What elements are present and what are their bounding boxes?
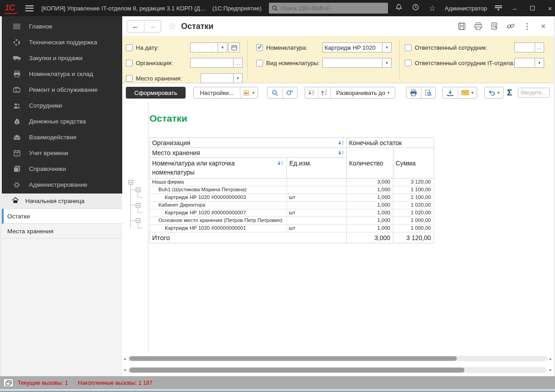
report-horizontal-scrollbar[interactable] xyxy=(128,356,547,361)
sidebar-item-home[interactable]: Начальная страница xyxy=(2,194,122,209)
responsible-it-input[interactable] xyxy=(514,58,535,68)
hscroll-right-arrow[interactable]: ▸ xyxy=(550,356,552,361)
close-form-icon[interactable]: × xyxy=(537,21,549,32)
filter-responsible-checkbox[interactable] xyxy=(405,44,411,51)
expand-levels-icon[interactable] xyxy=(318,87,330,98)
report-row[interactable]: Картридж HP 1020 #00000000003шт1,0001 10… xyxy=(150,194,434,202)
nomenclature-type-dropdown-button[interactable]: ▾ xyxy=(383,58,392,68)
sort-icon[interactable] xyxy=(338,150,344,156)
report-row[interactable]: Buh1 (Шустикова Марина Петровна)1,0001 1… xyxy=(150,186,434,194)
report-row[interactable]: Картридж HP 1020 #00000000007шт1,0001 02… xyxy=(150,209,434,217)
responsible-it-dropdown-button[interactable]: ▾ xyxy=(535,58,544,68)
on-date-input[interactable] xyxy=(190,43,218,52)
hscroll-right-arrow[interactable]: ▸ xyxy=(550,367,552,372)
find-next-button[interactable] xyxy=(282,87,297,98)
column-header-nomenclature[interactable]: Номенклатура или карточка номенклатуры xyxy=(150,158,287,179)
sidebar-item-glavnoe[interactable]: Главное xyxy=(2,19,122,34)
column-header-storage[interactable]: Место хранения xyxy=(150,148,347,158)
maximize-button[interactable] xyxy=(530,6,535,10)
filter-responsible-it-checkbox[interactable] xyxy=(405,60,411,66)
scrollbar-thumb[interactable] xyxy=(129,356,457,361)
history-clock-icon[interactable] xyxy=(411,4,420,13)
window-horizontal-scrollbar[interactable] xyxy=(128,367,546,373)
sidebar-item-sotrudniki[interactable]: Сотрудники xyxy=(2,98,122,113)
filter-organization-checkbox[interactable] xyxy=(126,60,133,66)
organization-input[interactable] xyxy=(190,58,234,68)
column-header-organization[interactable]: Организация xyxy=(150,138,347,148)
on-date-dropdown-button[interactable]: ▾ xyxy=(218,43,227,52)
column-header-unit[interactable]: Ед.изм. xyxy=(287,158,347,179)
settings-button[interactable]: Настройки... xyxy=(194,87,240,98)
column-header-quantity[interactable]: Количество xyxy=(347,148,393,179)
sidebar-page-ostatki[interactable]: Остатки xyxy=(2,209,122,224)
report-row[interactable]: Кабинет Директора1,0001 020,00 xyxy=(150,202,434,209)
save-icon[interactable] xyxy=(456,21,468,32)
search-input[interactable] xyxy=(281,5,385,12)
storage-input[interactable] xyxy=(201,73,234,83)
nav-back-button[interactable]: ← xyxy=(127,20,144,32)
sidebar-item-uchet-vremeni[interactable]: 7Учет времени xyxy=(2,145,122,161)
minimize-button[interactable]: – xyxy=(510,5,520,12)
quick-value-input[interactable] xyxy=(518,88,550,98)
report-variants-button[interactable]: ▾ xyxy=(240,87,258,98)
global-search[interactable] xyxy=(269,3,388,14)
nomenclature-type-input[interactable] xyxy=(322,58,383,68)
scrollbar-thumb[interactable] xyxy=(129,368,464,373)
add-favorite-star-icon[interactable]: ☆ xyxy=(168,21,177,32)
filter-nomenclature-type-checkbox[interactable] xyxy=(256,60,263,66)
sidebar-item-nomenklatura-i-sklad[interactable]: Номенклатура и склад xyxy=(2,66,122,82)
collapse-levels-icon[interactable] xyxy=(305,87,318,98)
report-row[interactable]: Картридж HP 1020 #00000000001шт1,0001 00… xyxy=(150,225,434,232)
tree-expander[interactable] xyxy=(136,203,140,208)
nav-forward-button[interactable]: → xyxy=(144,20,161,32)
column-header-sum[interactable]: Сумма xyxy=(393,148,434,179)
more-actions-icon[interactable] xyxy=(521,21,533,32)
print-preview-icon[interactable] xyxy=(488,21,500,32)
report-row[interactable]: Основное место хранения (Петров Петр Пет… xyxy=(150,217,434,225)
sidebar-page-mesta-khraneniya[interactable]: Места хранения xyxy=(2,224,122,239)
preview-report-button[interactable] xyxy=(421,87,435,98)
filter-nomenclature-checkbox[interactable] xyxy=(256,44,263,51)
print-report-button[interactable] xyxy=(407,87,421,98)
total-row[interactable]: Итого 3,000 3 120,00 xyxy=(150,232,434,243)
sidebar-item-spravochniki[interactable]: Справочники xyxy=(2,161,122,177)
close-window-button[interactable]: × xyxy=(545,5,555,12)
sidebar-item-denezhnye-sredstva[interactable]: $Денежные средства xyxy=(2,113,122,129)
tree-expander[interactable] xyxy=(136,218,140,223)
sidebar-item-tekhnicheskaya-podderzhka[interactable]: Техническая поддержка xyxy=(2,34,122,50)
send-email-button[interactable]: ▾ xyxy=(458,87,477,98)
storage-dropdown-button[interactable]: ▾ xyxy=(234,73,243,83)
main-menu-icon[interactable] xyxy=(25,5,33,11)
sidebar-item-zakupki-i-prodazhi[interactable]: Закупки и продажи xyxy=(2,50,122,66)
filter-on-date-checkbox[interactable] xyxy=(126,44,133,51)
sidebar-item-remont-i-obsluzhivanie[interactable]: Ремонт и обслуживание xyxy=(2,82,122,98)
hscroll-left-arrow[interactable]: ◂ xyxy=(124,356,126,361)
print-icon[interactable] xyxy=(472,21,484,32)
current-user[interactable]: Администратор xyxy=(445,5,487,12)
nomenclature-input[interactable] xyxy=(322,43,383,52)
report-row[interactable]: Наша фирма3,0003 120,00 xyxy=(150,179,434,186)
link-icon[interactable] xyxy=(505,21,517,32)
tree-expander[interactable] xyxy=(136,188,140,192)
nomenclature-dropdown-button[interactable]: ▾ xyxy=(383,43,392,52)
sidebar-item-administrirovanie[interactable]: Администрирование xyxy=(2,177,122,193)
responsible-select-button[interactable]: ... xyxy=(535,43,544,52)
organization-select-button[interactable]: ... xyxy=(234,58,243,68)
column-header-final-balance[interactable]: Конечный остаток xyxy=(347,138,434,148)
favorites-star-icon[interactable]: ☆ xyxy=(428,4,437,13)
change-history-button[interactable]: ▾ xyxy=(485,87,503,98)
tree-expander[interactable] xyxy=(129,180,133,184)
sidebar-item-vzaimodeystviya[interactable]: Взаимодействия xyxy=(2,129,122,145)
save-report-file-button[interactable] xyxy=(443,87,458,98)
filter-storage-checkbox[interactable] xyxy=(126,75,133,82)
server-calls-icon[interactable] xyxy=(3,378,14,387)
responsible-input[interactable] xyxy=(514,43,535,52)
generate-button[interactable]: Сформировать xyxy=(126,87,186,99)
hscroll-left-arrow[interactable]: ◂ xyxy=(124,367,126,372)
notifications-bell-icon[interactable] xyxy=(394,4,403,13)
sort-icon[interactable] xyxy=(338,140,344,146)
calendar-icon[interactable] xyxy=(228,43,240,52)
sort-icon[interactable] xyxy=(278,161,284,166)
autosum-button[interactable]: Σ xyxy=(507,88,512,98)
expand-to-button[interactable]: Разворачивать до▾ xyxy=(330,87,395,98)
